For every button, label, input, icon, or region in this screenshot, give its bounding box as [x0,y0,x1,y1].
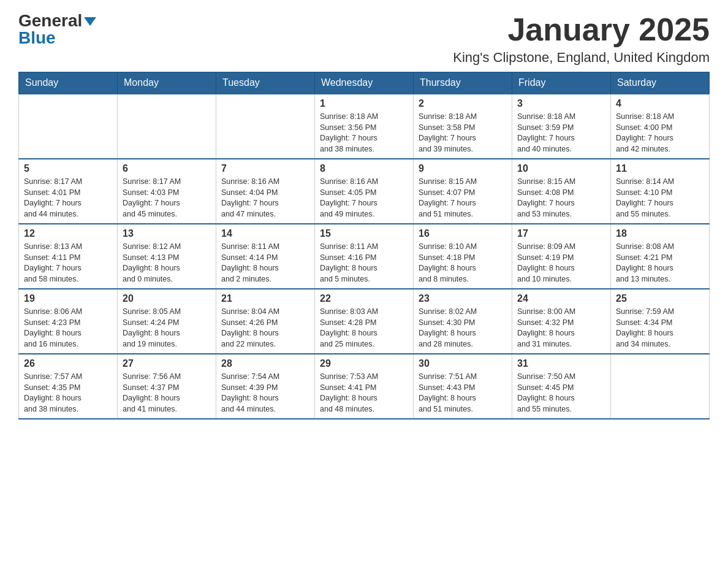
day-info: Sunrise: 7:51 AMSunset: 4:43 PMDaylight:… [419,372,507,415]
day-info: Sunrise: 8:00 AMSunset: 4:32 PMDaylight:… [517,307,605,350]
day-number: 8 [320,163,408,174]
day-number: 14 [221,228,309,239]
day-number: 22 [320,293,408,304]
calendar-header-monday: Monday [118,72,216,94]
calendar-cell: 17Sunrise: 8:09 AMSunset: 4:19 PMDayligh… [512,224,611,289]
calendar-cell: 3Sunrise: 8:18 AMSunset: 3:59 PMDaylight… [512,94,611,159]
day-number: 16 [419,228,507,239]
calendar-cell: 16Sunrise: 8:10 AMSunset: 4:18 PMDayligh… [414,224,512,289]
calendar-cell: 12Sunrise: 8:13 AMSunset: 4:11 PMDayligh… [19,224,118,289]
day-info: Sunrise: 8:16 AMSunset: 4:05 PMDaylight:… [320,177,408,220]
calendar-cell: 18Sunrise: 8:08 AMSunset: 4:21 PMDayligh… [611,224,710,289]
calendar-cell: 8Sunrise: 8:16 AMSunset: 4:05 PMDaylight… [315,159,414,224]
day-info: Sunrise: 7:50 AMSunset: 4:45 PMDaylight:… [517,372,605,415]
calendar-cell [216,94,315,159]
day-number: 4 [616,98,704,109]
day-number: 18 [616,228,704,239]
calendar-cell: 26Sunrise: 7:57 AMSunset: 4:35 PMDayligh… [19,354,118,419]
day-info: Sunrise: 8:14 AMSunset: 4:10 PMDaylight:… [616,177,704,220]
day-info: Sunrise: 8:18 AMSunset: 4:00 PMDaylight:… [616,112,704,155]
calendar-cell: 31Sunrise: 7:50 AMSunset: 4:45 PMDayligh… [512,354,611,419]
calendar-cell: 30Sunrise: 7:51 AMSunset: 4:43 PMDayligh… [414,354,512,419]
calendar-cell: 7Sunrise: 8:16 AMSunset: 4:04 PMDaylight… [216,159,315,224]
calendar-table: SundayMondayTuesdayWednesdayThursdayFrid… [18,72,710,419]
day-number: 23 [419,293,507,304]
day-number: 20 [123,293,211,304]
calendar-cell: 21Sunrise: 8:04 AMSunset: 4:26 PMDayligh… [216,289,315,354]
calendar-header-row: SundayMondayTuesdayWednesdayThursdayFrid… [19,72,710,94]
calendar-cell: 13Sunrise: 8:12 AMSunset: 4:13 PMDayligh… [118,224,216,289]
day-info: Sunrise: 7:56 AMSunset: 4:37 PMDaylight:… [123,372,211,415]
day-info: Sunrise: 8:03 AMSunset: 4:28 PMDaylight:… [320,307,408,350]
day-number: 5 [24,163,112,174]
location-text: King's Clipstone, England, United Kingdo… [453,50,710,66]
calendar-cell [118,94,216,159]
day-info: Sunrise: 8:17 AMSunset: 4:03 PMDaylight:… [123,177,211,220]
calendar-cell: 24Sunrise: 8:00 AMSunset: 4:32 PMDayligh… [512,289,611,354]
day-info: Sunrise: 8:15 AMSunset: 4:07 PMDaylight:… [419,177,507,220]
day-info: Sunrise: 7:53 AMSunset: 4:41 PMDaylight:… [320,372,408,415]
day-number: 12 [24,228,112,239]
logo-triangle-icon [84,17,96,26]
calendar-cell [611,354,710,419]
logo: General Blue [18,12,96,47]
day-info: Sunrise: 8:08 AMSunset: 4:21 PMDaylight:… [616,242,704,285]
day-info: Sunrise: 8:13 AMSunset: 4:11 PMDaylight:… [24,242,112,285]
calendar-cell [19,94,118,159]
day-info: Sunrise: 8:17 AMSunset: 4:01 PMDaylight:… [24,177,112,220]
calendar-cell: 4Sunrise: 8:18 AMSunset: 4:00 PMDaylight… [611,94,710,159]
calendar-week-row: 1Sunrise: 8:18 AMSunset: 3:56 PMDaylight… [19,94,710,159]
day-info: Sunrise: 8:15 AMSunset: 4:08 PMDaylight:… [517,177,605,220]
calendar-cell: 29Sunrise: 7:53 AMSunset: 4:41 PMDayligh… [315,354,414,419]
day-number: 15 [320,228,408,239]
calendar-cell: 22Sunrise: 8:03 AMSunset: 4:28 PMDayligh… [315,289,414,354]
day-number: 25 [616,293,704,304]
day-number: 7 [221,163,309,174]
day-info: Sunrise: 7:57 AMSunset: 4:35 PMDaylight:… [24,372,112,415]
logo-general-text: General [18,12,82,29]
day-number: 28 [221,358,309,369]
day-info: Sunrise: 8:04 AMSunset: 4:26 PMDaylight:… [221,307,309,350]
calendar-week-row: 12Sunrise: 8:13 AMSunset: 4:11 PMDayligh… [19,224,710,289]
day-number: 6 [123,163,211,174]
day-number: 30 [419,358,507,369]
calendar-cell: 2Sunrise: 8:18 AMSunset: 3:58 PMDaylight… [414,94,512,159]
day-info: Sunrise: 8:16 AMSunset: 4:04 PMDaylight:… [221,177,309,220]
day-info: Sunrise: 8:12 AMSunset: 4:13 PMDaylight:… [123,242,211,285]
calendar-cell: 28Sunrise: 7:54 AMSunset: 4:39 PMDayligh… [216,354,315,419]
calendar-cell: 15Sunrise: 8:11 AMSunset: 4:16 PMDayligh… [315,224,414,289]
calendar-cell: 11Sunrise: 8:14 AMSunset: 4:10 PMDayligh… [611,159,710,224]
calendar-cell: 1Sunrise: 8:18 AMSunset: 3:56 PMDaylight… [315,94,414,159]
day-number: 11 [616,163,704,174]
day-number: 1 [320,98,408,109]
calendar-cell: 20Sunrise: 8:05 AMSunset: 4:24 PMDayligh… [118,289,216,354]
day-number: 17 [517,228,605,239]
day-number: 31 [517,358,605,369]
calendar-cell: 14Sunrise: 8:11 AMSunset: 4:14 PMDayligh… [216,224,315,289]
calendar-cell: 19Sunrise: 8:06 AMSunset: 4:23 PMDayligh… [19,289,118,354]
calendar-week-row: 5Sunrise: 8:17 AMSunset: 4:01 PMDaylight… [19,159,710,224]
day-info: Sunrise: 8:02 AMSunset: 4:30 PMDaylight:… [419,307,507,350]
calendar-header-saturday: Saturday [611,72,710,94]
day-info: Sunrise: 8:18 AMSunset: 3:58 PMDaylight:… [419,112,507,155]
day-info: Sunrise: 8:10 AMSunset: 4:18 PMDaylight:… [419,242,507,285]
day-number: 29 [320,358,408,369]
title-block: January 2025 King's Clipstone, England, … [453,12,710,66]
day-number: 27 [123,358,211,369]
calendar-header-friday: Friday [512,72,611,94]
day-info: Sunrise: 8:11 AMSunset: 4:14 PMDaylight:… [221,242,309,285]
calendar-header-wednesday: Wednesday [315,72,414,94]
calendar-header-thursday: Thursday [414,72,512,94]
day-number: 21 [221,293,309,304]
calendar-week-row: 19Sunrise: 8:06 AMSunset: 4:23 PMDayligh… [19,289,710,354]
day-number: 9 [419,163,507,174]
calendar-cell: 25Sunrise: 7:59 AMSunset: 4:34 PMDayligh… [611,289,710,354]
day-info: Sunrise: 7:54 AMSunset: 4:39 PMDaylight:… [221,372,309,415]
day-number: 10 [517,163,605,174]
day-number: 19 [24,293,112,304]
calendar-cell: 10Sunrise: 8:15 AMSunset: 4:08 PMDayligh… [512,159,611,224]
calendar-cell: 9Sunrise: 8:15 AMSunset: 4:07 PMDaylight… [414,159,512,224]
day-info: Sunrise: 8:06 AMSunset: 4:23 PMDaylight:… [24,307,112,350]
day-info: Sunrise: 8:05 AMSunset: 4:24 PMDaylight:… [123,307,211,350]
day-number: 26 [24,358,112,369]
